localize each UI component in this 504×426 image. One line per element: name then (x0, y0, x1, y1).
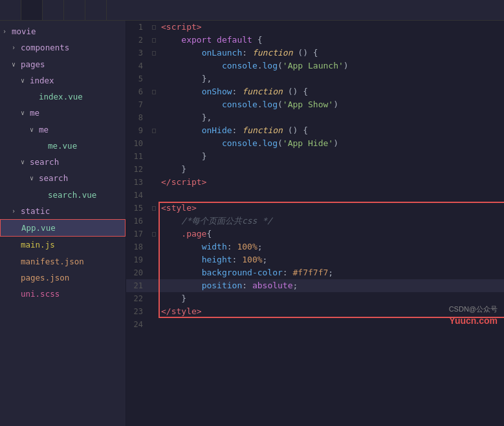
code-text: <script> (159, 21, 504, 34)
code-text: } (159, 163, 504, 176)
fold-gutter[interactable]: □ (149, 21, 159, 34)
code-line-11: 11 } (126, 150, 504, 163)
code-line-22: 22 } (126, 292, 504, 305)
tree-item-me[interactable]: ∨ me (0, 105, 126, 121)
line-number: 21 (126, 279, 149, 292)
code-text: height: 100%; (159, 253, 504, 266)
code-text: export default { (159, 34, 504, 47)
code-text: } (159, 150, 504, 163)
file-label: manifest.json (21, 255, 84, 268)
tree-item-static[interactable]: › static (0, 203, 126, 219)
fold-gutter[interactable]: □ (149, 34, 159, 47)
code-text: </script> (159, 176, 504, 189)
tree-item-search[interactable]: ∨ search (0, 154, 126, 170)
code-text: }, (159, 72, 504, 85)
tree-item-uni.scss[interactable]: uni.scss (0, 286, 126, 302)
watermark2: CSDN@公众号 (449, 304, 498, 314)
tree-item-components[interactable]: › components (0, 39, 126, 56)
line-number: 22 (126, 292, 149, 305)
code-line-21: 21 position: absolute; (126, 279, 504, 292)
code-text: console.log('App Show') (159, 98, 504, 111)
tree-item-search2[interactable]: ∨ search (0, 170, 126, 186)
tree-item-main.js[interactable]: main.js (0, 237, 126, 253)
code-text: } (159, 292, 504, 305)
tree-item-index[interactable]: ∨ index (0, 72, 126, 89)
tree-item-me2[interactable]: ∨ me (0, 122, 126, 138)
code-line-19: 19 height: 100%; (126, 253, 504, 266)
code-line-10: 10 console.log('App Hide') (126, 137, 504, 150)
code-text: onHide: function () { (159, 124, 504, 137)
tab-index-vue[interactable] (43, 0, 64, 20)
arrow-icon: › (12, 42, 21, 53)
file-label: me (39, 123, 49, 136)
line-number: 6 (126, 85, 149, 98)
file-label: index (30, 74, 54, 87)
fold-gutter[interactable]: □ (149, 85, 159, 98)
code-line-13: 13 </script> (126, 176, 504, 189)
file-tree[interactable]: › movie › components ∨ pages ∨ index ind… (0, 21, 126, 426)
arrow-icon: ∨ (30, 173, 39, 184)
line-number: 20 (126, 266, 149, 279)
tree-item-index.vue[interactable]: index.vue (0, 89, 126, 105)
code-text: <style> (159, 202, 504, 215)
tree-item-search.vue[interactable]: search.vue (0, 187, 126, 203)
code-line-7: 7 console.log('App Show') (126, 98, 504, 111)
file-label: movie (12, 25, 36, 38)
arrow-icon: ∨ (12, 59, 21, 70)
line-number: 4 (126, 59, 149, 72)
tree-item-pages.json[interactable]: pages.json (0, 270, 126, 286)
code-line-9: 9 □ onHide: function () { (126, 124, 504, 137)
code-text: background-color: #f7f7f7; (159, 266, 504, 279)
code-line-6: 6 □ onShow: function () { (126, 85, 504, 98)
code-line-3: 3 □ onLaunch: function () { (126, 47, 504, 59)
arrow-icon: ∨ (21, 75, 30, 86)
line-number: 23 (126, 305, 149, 318)
arrow-icon: › (12, 206, 21, 217)
code-text: .page{ (159, 228, 504, 240)
line-number: 5 (126, 72, 149, 85)
tab-app-vue[interactable] (21, 0, 43, 20)
fold-gutter[interactable]: □ (149, 228, 159, 240)
code-line-14: 14 (126, 189, 504, 202)
code-text: onLaunch: function () { (159, 47, 504, 59)
file-label: uni.scss (21, 287, 60, 301)
line-number: 12 (126, 163, 149, 176)
tree-item-pages[interactable]: ∨ pages (0, 56, 126, 72)
code-editor[interactable]: 1 □ <script> 2 □ export default { 3 □ on… (126, 21, 504, 426)
tree-item-App.vue[interactable]: App.vue (0, 219, 126, 237)
file-label: App.vue (21, 221, 56, 235)
line-number: 13 (126, 176, 149, 189)
code-line-12: 12 } (126, 163, 504, 176)
file-label: search (30, 155, 59, 169)
code-line-2: 2 □ export default { (126, 34, 504, 47)
code-line-24: 24 (126, 318, 504, 331)
line-number: 15 (126, 202, 149, 215)
tab-me-vue[interactable] (85, 0, 107, 20)
tree-item-manifest.json[interactable]: manifest.json (0, 253, 126, 270)
tab-pages-json[interactable] (0, 0, 21, 20)
line-number: 16 (126, 215, 149, 228)
tree-item-me.vue[interactable]: me.vue (0, 138, 126, 154)
tab-search-vue[interactable] (64, 0, 85, 20)
file-label: me (30, 106, 39, 120)
code-line-15: 15 □ <style> (126, 202, 504, 215)
tree-item-movie[interactable]: › movie (0, 23, 126, 39)
code-line-4: 4 console.log('App Launch') (126, 59, 504, 72)
fold-gutter[interactable]: □ (149, 47, 159, 59)
code-text: console.log('App Hide') (159, 137, 504, 150)
file-label: me.vue (48, 139, 77, 153)
fold-gutter[interactable]: □ (149, 124, 159, 137)
arrow-icon: ∨ (30, 124, 39, 135)
line-number: 24 (126, 318, 149, 331)
line-number: 18 (126, 240, 149, 253)
line-number: 7 (126, 98, 149, 111)
code-line-8: 8 }, (126, 111, 504, 124)
line-number: 8 (126, 111, 149, 124)
line-number: 2 (126, 34, 149, 47)
file-label: index.vue (39, 90, 83, 103)
line-number: 11 (126, 150, 149, 163)
code-line-18: 18 width: 100%; (126, 240, 504, 253)
fold-gutter[interactable]: □ (149, 202, 159, 215)
file-label: search (39, 171, 68, 185)
line-number: 3 (126, 47, 149, 59)
